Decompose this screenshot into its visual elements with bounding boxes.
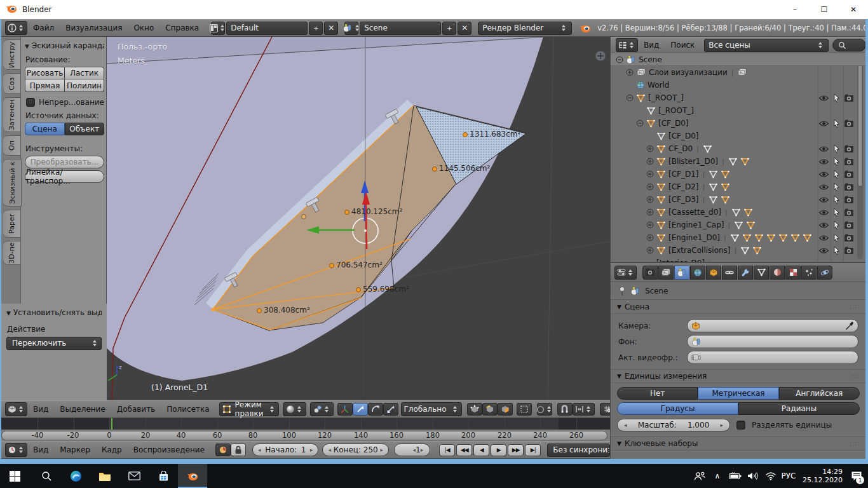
tool-shelf-tab-1[interactable]: Инстру [3, 39, 21, 70]
outliner-menu-2[interactable]: Поиск [665, 41, 700, 50]
pin-icon[interactable] [618, 286, 626, 296]
shading-select[interactable] [283, 402, 306, 416]
properties-tab-scene[interactable] [674, 266, 689, 280]
action-select[interactable]: Переключить [6, 337, 102, 350]
play-reverse-button[interactable]: ◀ [473, 444, 489, 456]
expand-icon[interactable] [646, 145, 654, 152]
renderability-toggle[interactable] [843, 144, 855, 154]
properties-tab-particles[interactable] [801, 266, 817, 280]
3d-viewport[interactable]: z Польз.-орто Meters (1) AroneL_D1 1311.… [107, 37, 610, 400]
frame-start-field[interactable]: Начало:1 [252, 444, 318, 456]
outliner-row-interiord0[interactable]: [Interior_D0]| [611, 257, 866, 262]
snap-element-select[interactable] [573, 403, 595, 416]
timeline-scrollbar[interactable]: -40-200204060801001201401601802002202402… [0, 430, 610, 441]
outliner-row-слои визуализации[interactable]: Слои визуализации| [611, 66, 866, 79]
timeline-menu-2[interactable]: Маркер [54, 445, 96, 454]
visibility-toggle[interactable] [818, 220, 829, 230]
manipulator-toggle[interactable] [337, 403, 353, 416]
visibility-toggle[interactable] [818, 156, 829, 166]
taskbar-store-button[interactable] [149, 464, 178, 488]
properties-tab-constraints[interactable] [722, 266, 737, 280]
sync-mode-select[interactable]: Без синхронизации [547, 444, 610, 457]
current-frame-field[interactable]: 1 [394, 444, 430, 456]
start-button[interactable] [0, 464, 29, 488]
visibility-toggle[interactable] [818, 233, 829, 243]
outliner-row-blister1d0[interactable]: [Blister1_D0]| [611, 155, 866, 168]
visibility-toggle[interactable] [818, 182, 829, 192]
outliner-filter-select[interactable]: Все сцены [704, 39, 828, 52]
convert-button[interactable]: Преобразовать... [25, 156, 104, 168]
polyline-button[interactable]: Полилин [65, 79, 104, 92]
expand-icon[interactable] [646, 170, 654, 178]
properties-tab-world[interactable] [690, 266, 705, 280]
selectability-toggle[interactable] [831, 118, 842, 128]
camera-field[interactable] [687, 319, 858, 332]
prev-keyframe-button[interactable]: ◀◀ [456, 444, 472, 456]
layout-add-button[interactable]: ＋ [309, 22, 323, 35]
renderability-toggle[interactable] [843, 233, 855, 243]
rotation-unit-option-1[interactable]: Градусы [617, 402, 738, 415]
outliner-row-cfd1[interactable]: [CF_D1]| [611, 168, 866, 180]
timeline-scroll-thumb[interactable] [1, 431, 607, 440]
info-menu-1[interactable]: Файл [27, 24, 60, 32]
selectability-toggle[interactable] [831, 169, 842, 179]
face-select-button[interactable] [498, 403, 513, 416]
properties-tab-renderlayers[interactable] [658, 266, 674, 280]
selectability-toggle[interactable] [831, 156, 842, 166]
properties-tab-data[interactable] [754, 266, 769, 280]
proportional-edit-select[interactable] [537, 403, 552, 416]
collapse-icon[interactable] [616, 56, 623, 64]
scene-name-field[interactable]: Scene [360, 22, 441, 35]
visibility-toggle[interactable] [818, 245, 829, 255]
redo-panel-header[interactable]: ▼Установить/снять выд [6, 308, 102, 317]
pivot-select[interactable] [310, 402, 334, 416]
translate-manipulator-button[interactable] [353, 403, 368, 416]
unit-system-option-3[interactable]: Английская [779, 387, 860, 400]
properties-tab-material[interactable] [770, 266, 785, 280]
timeline-ruler[interactable] [0, 418, 610, 430]
editor-type-timeline-button[interactable] [5, 443, 27, 457]
selectability-toggle[interactable] [831, 182, 842, 192]
line-button[interactable]: Прямая [25, 79, 65, 92]
expand-icon[interactable] [646, 196, 654, 203]
outliner-row-engine1d0[interactable]: [Engine1_D0]| [611, 231, 866, 244]
viewport-menu-4[interactable]: Полисетка [161, 405, 215, 414]
properties-tab-texture[interactable] [785, 266, 801, 280]
snap-toggle[interactable] [557, 403, 573, 416]
editor-type-info-button[interactable] [5, 21, 27, 35]
layout-browse-button[interactable] [211, 22, 225, 35]
scene-delete-button[interactable]: ✕ [458, 22, 471, 35]
visibility-toggle[interactable] [818, 93, 829, 103]
editor-type-3dview-button[interactable] [5, 402, 27, 416]
renderability-toggle[interactable] [843, 194, 855, 205]
viewport-menu-3[interactable]: Добавить [111, 405, 161, 414]
outliner-row-cfd3[interactable]: [CF_D3]| [611, 193, 866, 206]
edge-select-button[interactable] [482, 403, 498, 416]
occlude-geometry-button[interactable] [517, 403, 532, 416]
continuous-drawing-checkbox[interactable] [26, 98, 35, 107]
collapse-icon[interactable] [636, 119, 644, 127]
info-menu-4[interactable]: Справка [159, 24, 205, 32]
renderability-toggle[interactable] [843, 169, 855, 179]
outliner-row-root[interactable]: [_ROOT_] [611, 104, 866, 117]
frame-end-field[interactable]: Конец:250 [322, 444, 388, 456]
mode-select[interactable]: Режим правки [219, 402, 279, 416]
source-object-toggle[interactable]: Объект [65, 123, 105, 135]
use-preview-range-button[interactable] [215, 444, 231, 456]
vertex-select-button[interactable] [467, 403, 482, 416]
expand-icon[interactable] [646, 208, 654, 216]
selectability-toggle[interactable] [831, 233, 842, 243]
selectability-toggle[interactable] [831, 220, 842, 230]
next-keyframe-button[interactable]: ▶▶ [508, 444, 524, 456]
erase-button[interactable]: Ластик [65, 67, 104, 79]
battery-icon[interactable] [728, 464, 743, 488]
expand-icon[interactable] [646, 234, 654, 241]
volume-icon[interactable] [745, 464, 761, 488]
outliner-row-cassetted0[interactable]: [Cassette_d0]| [611, 206, 866, 219]
minimize-button[interactable]: – [780, 0, 810, 19]
unit-scale-field[interactable]: Масштаб:1.000 [617, 419, 730, 431]
background-scene-field[interactable] [687, 335, 858, 348]
separate-units-checkbox[interactable] [736, 421, 745, 430]
expand-icon[interactable] [646, 247, 654, 254]
units-panel-header[interactable]: ▼Единицы измерения∷∷ [611, 369, 866, 383]
